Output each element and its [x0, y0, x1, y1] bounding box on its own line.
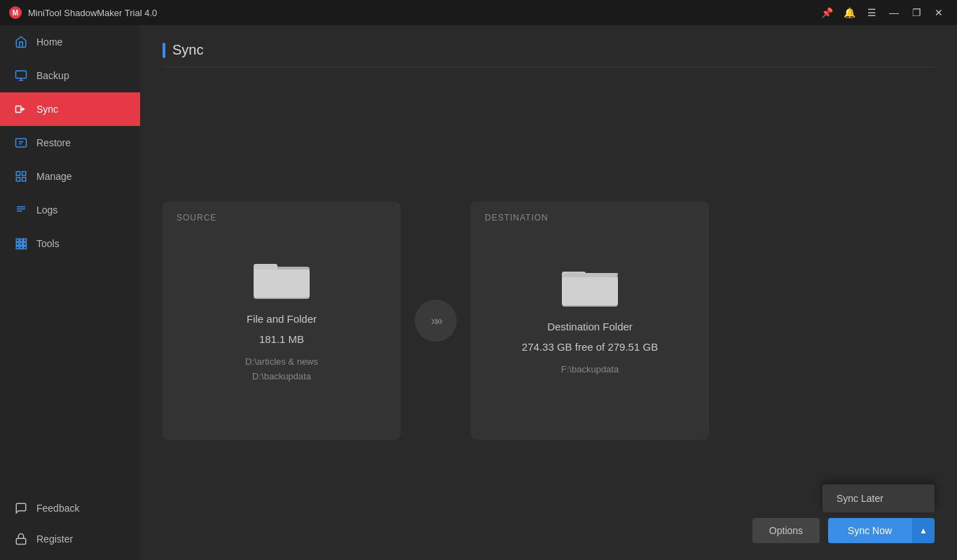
destination-label: DESTINATION	[485, 213, 549, 223]
cards-container: SOURCE File and Folder 181.1 MB D:\artic…	[163, 98, 935, 543]
restore-nav-icon	[14, 136, 28, 150]
sidebar-label-logs: Logs	[36, 204, 57, 216]
minimize-icon: —	[889, 7, 899, 18]
manage-icon	[14, 169, 28, 183]
close-button[interactable]: ✕	[929, 3, 949, 22]
source-name: File and Folder	[247, 313, 317, 325]
sidebar-label-sync: Sync	[36, 104, 58, 115]
source-folder-icon	[254, 257, 310, 302]
sidebar-label-backup: Backup	[36, 70, 69, 81]
sidebar-label-tools: Tools	[36, 238, 60, 249]
content-area: Sync SOURCE File and Folder 181.1 MB D:	[140, 25, 957, 560]
sync-icon	[14, 102, 28, 116]
bottom-bar: Options Sync Later Sync Now ▲	[752, 518, 935, 543]
source-path: D:\articles & news D:\backupdata	[245, 355, 318, 384]
sync-dropdown-toggle[interactable]: ▲	[911, 518, 935, 543]
sidebar-label-restore: Restore	[36, 137, 71, 148]
destination-name: Destination Folder	[547, 321, 633, 332]
sidebar-bottom: Feedback Register	[0, 493, 140, 560]
feedback-icon	[14, 501, 28, 515]
sidebar-label-manage: Manage	[36, 171, 72, 182]
destination-free: 274.33 GB free of 279.51 GB	[522, 341, 658, 353]
svg-rect-16	[20, 246, 23, 249]
svg-rect-17	[24, 246, 27, 249]
restore-icon: ❐	[912, 7, 921, 18]
svg-rect-8	[22, 178, 26, 181]
sidebar-label-register: Register	[36, 533, 73, 545]
sidebar-label-home: Home	[36, 36, 62, 48]
register-icon	[14, 532, 28, 546]
notification-button[interactable]: 🔔	[839, 3, 859, 22]
app-logo: M	[8, 6, 22, 20]
svg-rect-21	[254, 270, 310, 298]
sync-later-button[interactable]: Sync Later	[822, 484, 935, 512]
home-icon	[14, 35, 28, 49]
sidebar-item-logs[interactable]: Logs	[0, 193, 140, 227]
svg-rect-2	[16, 71, 27, 78]
logs-icon	[14, 203, 28, 217]
sidebar: Home Backup Sync	[0, 25, 140, 560]
svg-rect-24	[562, 277, 618, 305]
restore-button[interactable]: ❐	[907, 3, 926, 22]
sync-now-button[interactable]: Sync Now	[828, 518, 911, 543]
titlebar: M MiniTool ShadowMaker Trial 4.0 📌 🔔 ☰ —…	[0, 0, 957, 25]
chevron-down-icon: ▲	[919, 526, 928, 536]
sidebar-label-feedback: Feedback	[36, 503, 79, 514]
backup-icon	[14, 69, 28, 83]
sync-later-dropdown: Sync Later	[822, 484, 935, 512]
svg-rect-5	[16, 172, 20, 175]
destination-folder-icon	[562, 265, 618, 309]
sidebar-item-sync[interactable]: Sync	[0, 92, 140, 126]
source-label: SOURCE	[177, 213, 216, 223]
main-layout: Home Backup Sync	[0, 25, 957, 560]
svg-rect-15	[16, 246, 19, 249]
svg-rect-4	[16, 139, 27, 147]
menu-button[interactable]: ☰	[862, 3, 881, 22]
bell-icon: 🔔	[844, 7, 855, 18]
svg-rect-9	[16, 239, 19, 241]
source-card[interactable]: SOURCE File and Folder 181.1 MB D:\artic…	[163, 202, 401, 440]
svg-text:M: M	[13, 9, 18, 17]
destination-path: F:\backupdata	[561, 363, 619, 377]
sidebar-item-manage[interactable]: Manage	[0, 160, 140, 193]
svg-rect-6	[22, 172, 26, 175]
svg-rect-14	[24, 243, 27, 246]
page-title-accent-bar	[163, 43, 165, 58]
options-button[interactable]: Options	[752, 518, 820, 543]
sync-now-wrapper: Sync Later Sync Now ▲	[828, 518, 935, 543]
sidebar-item-home[interactable]: Home	[0, 25, 140, 59]
sidebar-item-backup[interactable]: Backup	[0, 59, 140, 92]
svg-rect-13	[20, 243, 23, 246]
hamburger-icon: ☰	[867, 7, 876, 18]
pin-button[interactable]: 📌	[817, 3, 836, 22]
app-title: MiniTool ShadowMaker Trial 4.0	[28, 8, 817, 18]
destination-card[interactable]: DESTINATION Destination Folder 274.33 GB…	[471, 202, 709, 440]
sidebar-item-feedback[interactable]: Feedback	[0, 493, 140, 524]
sidebar-item-tools[interactable]: Tools	[0, 227, 140, 260]
minimize-button[interactable]: —	[884, 3, 904, 22]
sidebar-item-register[interactable]: Register	[0, 524, 140, 554]
page-title-wrapper: Sync	[163, 42, 935, 67]
pin-icon: 📌	[821, 7, 833, 18]
sidebar-item-restore[interactable]: Restore	[0, 126, 140, 160]
svg-rect-7	[16, 178, 20, 181]
tools-icon	[14, 237, 28, 251]
source-size: 181.1 MB	[259, 333, 304, 345]
svg-rect-10	[20, 239, 23, 241]
window-controls: 📌 🔔 ☰ — ❐ ✕	[817, 3, 949, 22]
svg-rect-12	[16, 243, 19, 246]
svg-rect-18	[16, 538, 26, 544]
close-icon: ✕	[935, 7, 943, 18]
arrow-button[interactable]: »»	[415, 300, 457, 342]
page-title: Sync	[172, 42, 203, 58]
arrow-chevrons-icon: »»	[431, 314, 441, 328]
svg-rect-11	[24, 239, 27, 241]
